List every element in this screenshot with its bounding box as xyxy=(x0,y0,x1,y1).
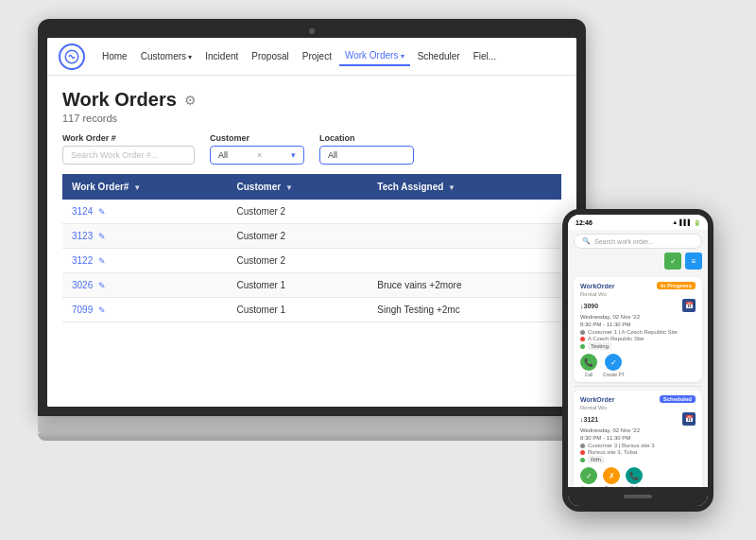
laptop-base xyxy=(38,416,586,433)
nav-item-workorders[interactable]: Work Orders xyxy=(339,46,410,66)
phone-actions: ✓ ≡ xyxy=(568,253,708,273)
wo-number-4[interactable]: 7099 xyxy=(72,305,93,315)
calendar-icon-2[interactable]: 📅 xyxy=(682,412,696,426)
table-row[interactable]: 3123 ✎ Customer 2 xyxy=(62,224,561,249)
wo-card-1[interactable]: WorkOrder In Progress Rental Wo ↓3090 📅 … xyxy=(574,277,702,382)
nav-items: Home Customers Incident Proposal Project… xyxy=(96,46,502,66)
wo-action-call-2[interactable]: 📞 Call xyxy=(626,467,643,487)
phone-status-bar: 12:46 ▲ ▌▌▌ 🔋 xyxy=(568,215,708,230)
wo-card-2-number-row: ↓3121 📅 xyxy=(580,412,696,426)
wo-number-2[interactable]: 3122 xyxy=(72,255,93,266)
filter-customer-label: Customer xyxy=(210,133,304,143)
wo-card-2-number[interactable]: ↓3121 xyxy=(580,416,598,423)
table-row[interactable]: 3026 ✎ Customer 1 Bruce vains +2more xyxy=(62,273,561,298)
table-row[interactable]: 3122 ✎ Customer 2 xyxy=(62,249,561,273)
sort-icon-customer: ▼ xyxy=(285,183,293,192)
wo-card-2-tag: Rtfh xyxy=(580,456,696,463)
data-table: Work Order# ▼ Customer ▼ Tech Assigned ▼ xyxy=(62,174,561,322)
nav-item-incident[interactable]: Incident xyxy=(199,47,244,65)
wo-card-1-time: 8:30 PM - 11:30 PM xyxy=(580,322,696,327)
wo-card-1-actions: 📞 Call ✓ Create PT xyxy=(580,354,696,377)
wo-card-2-customer-text: Customer 3 | Bursus site 3 xyxy=(588,443,655,448)
nav-item-home[interactable]: Home xyxy=(96,47,133,65)
app-logo xyxy=(59,44,85,70)
nav-item-proposal[interactable]: Proposal xyxy=(246,47,294,65)
th-customer[interactable]: Customer ▼ xyxy=(227,174,368,200)
wo-card-2-tag-text: Rtfh xyxy=(588,456,604,463)
th-workorder-label: Work Order# xyxy=(72,182,129,192)
wo-card-1-number[interactable]: ↓3090 xyxy=(580,303,598,309)
person-icon-2 xyxy=(580,444,585,448)
wo-action-creatept-1[interactable]: ✓ Create PT xyxy=(603,354,625,377)
wo-number-0[interactable]: 3124 xyxy=(72,206,93,217)
filter-customer-arrow[interactable]: ▾ xyxy=(291,150,296,160)
td-customer-4: Customer 1 xyxy=(227,298,368,322)
laptop-screen: Home Customers Incident Proposal Project… xyxy=(47,38,576,407)
wo-card-2-actions: ✓ Accept ✗ Reject 📞 Call xyxy=(580,467,696,487)
call-icon-1: 📞 xyxy=(580,354,597,371)
wo-card-1-location: A Czech Republic Site xyxy=(580,336,696,341)
filter-customer-value: All xyxy=(218,150,228,160)
th-workorder[interactable]: Work Order# ▼ xyxy=(62,174,227,200)
td-tech-4: Singh Testing +2mc xyxy=(368,298,561,322)
edit-icon-0[interactable]: ✎ xyxy=(98,207,106,217)
page-title: Work Orders xyxy=(62,89,177,111)
table-row[interactable]: 3124 ✎ Customer 2 xyxy=(62,200,561,224)
edit-icon-4[interactable]: ✎ xyxy=(98,305,106,315)
nav-item-scheduler[interactable]: Scheduler xyxy=(412,47,466,65)
sort-icon-tech: ▼ xyxy=(448,183,455,192)
laptop-camera xyxy=(309,28,315,34)
signal-icon: ▌▌▌ xyxy=(679,219,692,225)
td-wo-1: 3123 ✎ xyxy=(62,224,227,249)
wo-card-2[interactable]: WorkOrder Scheduled Rental Wo ↓3121 📅 We… xyxy=(574,391,702,487)
th-tech-label: Tech Assigned xyxy=(377,182,443,192)
wo-number-1[interactable]: 3123 xyxy=(72,231,93,241)
table-header-row: Work Order# ▼ Customer ▼ Tech Assigned ▼ xyxy=(62,174,561,200)
nav-item-field[interactable]: Fiel... xyxy=(468,47,502,65)
phone-search-bar[interactable]: 🔍 Search work order... xyxy=(574,234,702,249)
wo-card-1-type: WorkOrder xyxy=(580,283,614,289)
gear-icon[interactable]: ⚙ xyxy=(184,93,197,108)
person-icon-1 xyxy=(580,330,585,335)
wo-number-3[interactable]: 3026 xyxy=(72,280,93,290)
divider-1 xyxy=(574,386,702,387)
filter-group-location: Location All xyxy=(319,133,414,165)
table-row[interactable]: 7099 ✎ Customer 1 Singh Testing +2mc xyxy=(62,298,561,322)
phone-screen: 🔍 Search work order... ✓ ≡ WorkOrder In … xyxy=(568,230,708,487)
wo-action-call-1[interactable]: 📞 Call xyxy=(580,354,597,377)
edit-icon-2[interactable]: ✎ xyxy=(98,256,106,266)
laptop-foot xyxy=(38,433,624,441)
phone-status-right: ▲ ▌▌▌ 🔋 xyxy=(672,219,700,226)
td-wo-3: 3026 ✎ xyxy=(62,273,227,298)
laptop-screen-border: Home Customers Incident Proposal Project… xyxy=(38,19,586,416)
filter-wo-input[interactable]: Search Work Order #... xyxy=(62,146,195,165)
phone-action-blue[interactable]: ≡ xyxy=(685,253,702,270)
filter-customer-select[interactable]: All × ▾ xyxy=(210,146,304,165)
records-count: 117 records xyxy=(62,113,561,124)
nav-item-project[interactable]: Project xyxy=(297,47,337,65)
td-customer-0: Customer 2 xyxy=(227,200,368,224)
wo-action-reject-2[interactable]: ✗ Reject xyxy=(603,467,620,487)
wo-action-accept-2[interactable]: ✓ Accept xyxy=(580,467,597,487)
wo-card-1-number-row: ↓3090 📅 xyxy=(580,299,696,312)
edit-icon-1[interactable]: ✎ xyxy=(98,232,106,241)
nav-item-customers[interactable]: Customers xyxy=(135,47,198,65)
page-content: Work Orders ⚙ 117 records Work Order # S… xyxy=(47,76,576,407)
filter-location-select[interactable]: All xyxy=(319,146,414,165)
location-icon-1 xyxy=(580,337,585,341)
th-tech[interactable]: Tech Assigned ▼ xyxy=(368,174,561,200)
td-wo-0: 3124 ✎ xyxy=(62,200,227,224)
th-customer-label: Customer xyxy=(236,182,281,192)
filter-customer-clear[interactable]: × xyxy=(257,150,262,160)
td-tech-0 xyxy=(368,200,561,224)
sort-icon-workorder: ▼ xyxy=(133,183,141,192)
td-customer-1: Customer 2 xyxy=(227,224,368,249)
calendar-icon-1[interactable]: 📅 xyxy=(682,299,696,312)
wo-card-1-customer: Customer 1 | A Czech Republic Site xyxy=(580,329,696,335)
wo-card-1-date: Wednesday, 02 Nov '22 xyxy=(580,314,696,320)
wo-card-2-header: WorkOrder Scheduled xyxy=(580,395,696,403)
edit-icon-3[interactable]: ✎ xyxy=(98,281,106,290)
phone-home-button[interactable] xyxy=(624,495,652,498)
phone-action-green[interactable]: ✓ xyxy=(664,253,681,270)
wo-card-1-header: WorkOrder In Progress xyxy=(580,282,696,289)
